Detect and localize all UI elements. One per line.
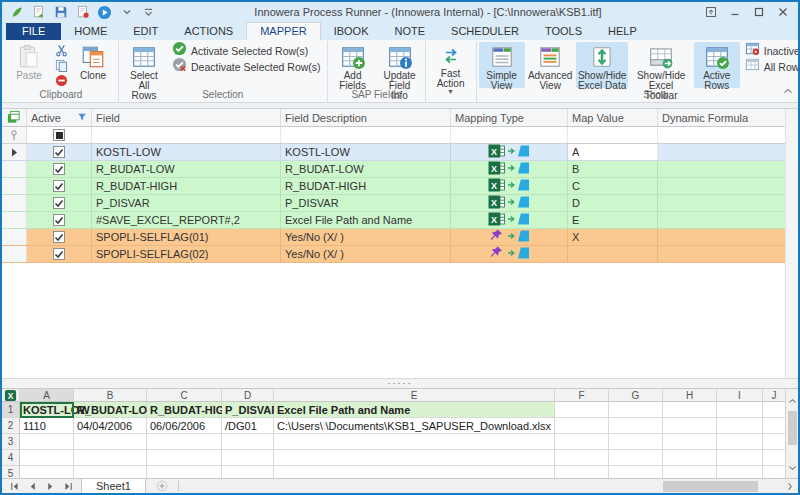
excel-cell-i2[interactable] bbox=[717, 418, 763, 434]
add-sheet-button[interactable] bbox=[156, 480, 168, 492]
excel-cell-b5[interactable] bbox=[74, 466, 147, 478]
inactive-rows-button[interactable]: Inactive Rows bbox=[741, 43, 800, 58]
cell-value[interactable]: A bbox=[568, 144, 658, 160]
deactivate-selected-row-s-button[interactable]: Deactivate Selected Row(s) bbox=[168, 59, 325, 74]
qat-run-icon[interactable] bbox=[97, 5, 112, 20]
excel-cell-g1[interactable] bbox=[609, 402, 663, 418]
column-header-mapping[interactable]: Mapping Type bbox=[451, 109, 568, 126]
excel-cell-j4[interactable] bbox=[763, 450, 785, 466]
cell-formula[interactable] bbox=[658, 229, 785, 245]
last-sheet-button[interactable] bbox=[64, 477, 73, 495]
grid-row-spopli-selflag-02-[interactable]: SPOPLI-SELFLAG(02)Yes/No (X/ ) bbox=[2, 246, 785, 263]
excel-cell-f2[interactable] bbox=[555, 418, 609, 434]
excel-cell-j1[interactable] bbox=[763, 402, 785, 418]
excel-cell-f3[interactable] bbox=[555, 434, 609, 450]
tab-home[interactable]: HOME bbox=[61, 23, 120, 40]
tab-ibook[interactable]: IBOOK bbox=[321, 23, 382, 40]
grid-row-r-budat-low[interactable]: R_BUDAT-LOWR_BUDAT-LOWXB bbox=[2, 161, 785, 178]
excel-cell-j3[interactable] bbox=[763, 434, 785, 450]
excel-row-header-1[interactable]: 1 bbox=[2, 402, 20, 418]
filter-cell-active[interactable] bbox=[27, 127, 92, 143]
excel-cell-a5[interactable] bbox=[20, 466, 74, 478]
cell-formula[interactable] bbox=[658, 144, 785, 160]
excel-cell-d5[interactable] bbox=[222, 466, 274, 478]
cell-value[interactable]: C bbox=[568, 178, 658, 194]
column-header-formula[interactable]: Dynamic Formula bbox=[658, 109, 785, 126]
excel-vertical-scrollbar[interactable] bbox=[785, 389, 798, 478]
excel-column-header-g[interactable]: G bbox=[609, 389, 663, 402]
excel-column-header-c[interactable]: C bbox=[147, 389, 222, 402]
column-header-value[interactable]: Map Value bbox=[568, 109, 658, 126]
clone-button[interactable]: Clone bbox=[70, 42, 116, 88]
advanced-view-button[interactable]: Advanced View bbox=[526, 42, 575, 88]
excel-cell-h5[interactable] bbox=[663, 466, 717, 478]
cell-formula[interactable] bbox=[658, 246, 785, 262]
grid-row-spopli-selflag-01-[interactable]: SPOPLI-SELFLAG(01)Yes/No (X/ )X bbox=[2, 229, 785, 246]
excel-cell-d2[interactable]: /DG01 bbox=[222, 418, 274, 434]
column-header-field[interactable]: Field bbox=[92, 109, 281, 126]
all-rows-button[interactable]: All Rows bbox=[741, 59, 800, 74]
cell-value[interactable]: B bbox=[568, 161, 658, 177]
cell-active[interactable] bbox=[27, 229, 92, 245]
filter-cell-field[interactable] bbox=[92, 127, 281, 143]
cell-value[interactable]: E bbox=[568, 212, 658, 228]
cell-active[interactable] bbox=[27, 144, 92, 160]
add-fields-button[interactable]: Add Fields bbox=[330, 42, 376, 88]
excel-cell-a1[interactable]: KOSTL-LOW bbox=[20, 402, 74, 418]
active-checkbox[interactable] bbox=[53, 146, 65, 158]
excel-cell-a3[interactable] bbox=[20, 434, 74, 450]
qat-save-icon[interactable] bbox=[53, 5, 68, 20]
next-sheet-button[interactable] bbox=[46, 477, 55, 495]
excel-cell-c1[interactable]: R_BUDAT-HIGH bbox=[147, 402, 222, 418]
remove-button[interactable] bbox=[53, 73, 69, 87]
cell-value[interactable]: X bbox=[568, 229, 658, 245]
update-field-info-button[interactable]: Update Field Info bbox=[377, 42, 423, 88]
cell-active[interactable] bbox=[27, 212, 92, 228]
grid-row-p-disvar[interactable]: P_DISVARP_DISVARXD bbox=[2, 195, 785, 212]
active-checkbox[interactable] bbox=[53, 214, 65, 226]
cell-value[interactable]: D bbox=[568, 195, 658, 211]
filter-funnel-icon[interactable] bbox=[77, 112, 87, 124]
excel-cell-d4[interactable] bbox=[222, 450, 274, 466]
qat-export-file-icon[interactable] bbox=[75, 5, 90, 20]
excel-column-header-d[interactable]: D bbox=[222, 389, 274, 402]
excel-column-header-i[interactable]: I bbox=[717, 389, 763, 402]
tab-file[interactable]: FILE bbox=[6, 23, 61, 40]
select-all-rows-button[interactable]: Select All Rows bbox=[121, 42, 167, 88]
tab-actions[interactable]: ACTIONS bbox=[171, 23, 246, 40]
cell-active[interactable] bbox=[27, 161, 92, 177]
excel-cell-c2[interactable]: 06/06/2006 bbox=[147, 418, 222, 434]
cell-formula[interactable] bbox=[658, 178, 785, 194]
excel-cell-b4[interactable] bbox=[74, 450, 147, 466]
excel-cell-e4[interactable] bbox=[274, 450, 555, 466]
grid-corner-cell[interactable] bbox=[2, 109, 27, 126]
qat-qat-customize-icon[interactable] bbox=[141, 5, 156, 20]
excel-cell-g4[interactable] bbox=[609, 450, 663, 466]
first-sheet-button[interactable] bbox=[10, 477, 19, 495]
excel-cell-b3[interactable] bbox=[74, 434, 147, 450]
column-header-active[interactable]: Active bbox=[27, 109, 92, 126]
excel-cell-e5[interactable] bbox=[274, 466, 555, 478]
active-rows-button[interactable]: Active Rows bbox=[694, 42, 740, 88]
excel-row-header-5[interactable]: 5 bbox=[2, 466, 20, 478]
show-hide-excel-toolbar-button[interactable]: Show/Hide Excel Toolbar bbox=[629, 42, 692, 88]
filter-cell-desc[interactable] bbox=[281, 127, 451, 143]
hscrollbar-thumb[interactable] bbox=[663, 481, 758, 492]
cell-value[interactable] bbox=[568, 246, 658, 262]
minimize-button[interactable] bbox=[724, 4, 746, 20]
excel-horizontal-scrollbar[interactable] bbox=[179, 479, 798, 493]
excel-cell-a4[interactable] bbox=[20, 450, 74, 466]
grid-vertical-scrollbar[interactable] bbox=[785, 109, 798, 378]
excel-cell-i5[interactable] bbox=[717, 466, 763, 478]
simple-view-button[interactable]: Simple View bbox=[479, 42, 525, 88]
cell-formula[interactable] bbox=[658, 161, 785, 177]
excel-row-header-4[interactable]: 4 bbox=[2, 450, 20, 466]
excel-cell-d3[interactable] bbox=[222, 434, 274, 450]
filter-marker-cell[interactable] bbox=[2, 127, 27, 143]
grid-row-kostl-low[interactable]: KOSTL-LOWKOSTL-LOWXA bbox=[2, 144, 785, 161]
excel-select-all-corner[interactable]: X bbox=[2, 389, 20, 402]
grid-row--save-excel-report-2[interactable]: #SAVE_EXCEL_REPORT#,2Excel File Path and… bbox=[2, 212, 785, 229]
scrollbar-thumb[interactable] bbox=[788, 411, 797, 445]
excel-cell-i1[interactable] bbox=[717, 402, 763, 418]
qat-dropdown-icon[interactable] bbox=[119, 5, 134, 20]
